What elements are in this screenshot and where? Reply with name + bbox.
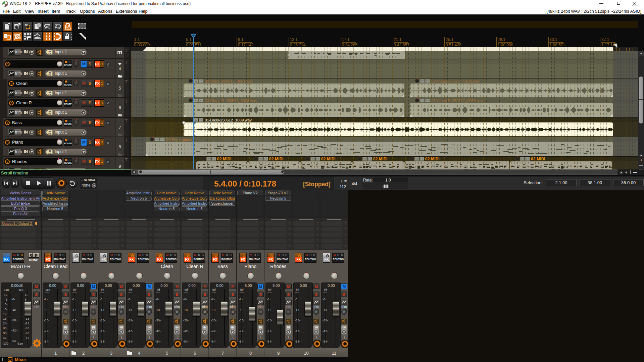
svg-text:✓: ✓: [70, 34, 72, 36]
svg-text:FX: FX: [48, 53, 51, 55]
svg-text:FX: FX: [48, 152, 51, 154]
svg-text:FX: FX: [48, 94, 51, 96]
svg-text:IN: IN: [49, 150, 51, 152]
svg-text:o: o: [70, 36, 72, 38]
svg-text:FX: FX: [48, 74, 51, 76]
svg-text:FX: FX: [48, 113, 51, 115]
svg-text:IN: IN: [49, 131, 51, 133]
svg-text:IN: IN: [49, 50, 51, 52]
svg-text:IN: IN: [49, 111, 51, 113]
svg-text:i: i: [39, 24, 39, 27]
svg-text:IN: IN: [49, 91, 51, 93]
svg-text:FX: FX: [48, 133, 51, 135]
svg-text:IN: IN: [49, 72, 51, 74]
svg-text:✗: ✗: [70, 38, 72, 41]
